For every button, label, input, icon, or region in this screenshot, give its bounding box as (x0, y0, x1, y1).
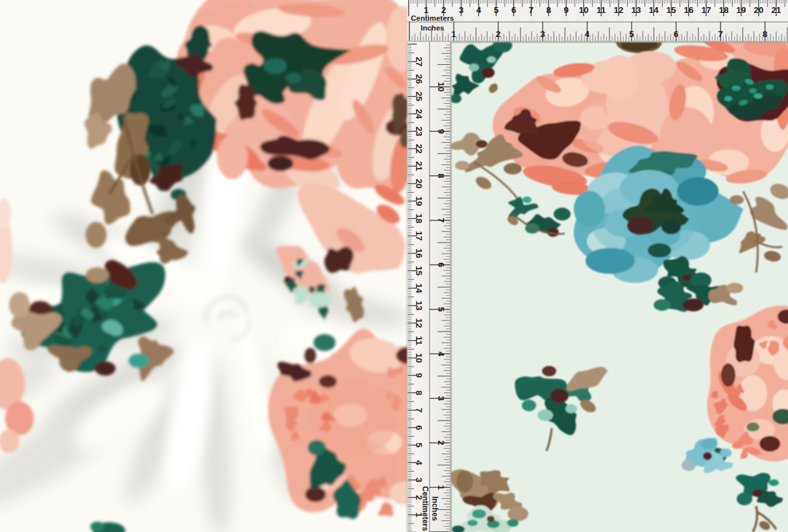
svg-text:Inches: Inches (421, 24, 444, 32)
svg-text:5: 5 (414, 442, 424, 448)
svg-text:17: 17 (701, 5, 711, 15)
svg-text:22: 22 (414, 144, 424, 154)
svg-text:16: 16 (414, 248, 424, 259)
svg-text:20: 20 (754, 5, 763, 15)
svg-text:3: 3 (459, 5, 464, 15)
svg-text:3: 3 (436, 396, 446, 401)
svg-text:15: 15 (414, 266, 424, 276)
svg-text:Centimeters: Centimeters (411, 14, 454, 22)
svg-text:16: 16 (683, 5, 694, 15)
svg-text:18: 18 (719, 5, 729, 15)
svg-text:2: 2 (441, 5, 447, 15)
svg-text:9: 9 (414, 373, 424, 378)
svg-text:7: 7 (436, 218, 446, 223)
svg-text:5: 5 (629, 29, 634, 39)
svg-text:12: 12 (614, 5, 624, 15)
svg-text:12: 12 (414, 318, 424, 328)
svg-text:7: 7 (529, 5, 534, 15)
svg-text:24: 24 (414, 109, 424, 119)
svg-text:4: 4 (585, 29, 590, 39)
svg-text:21: 21 (771, 5, 782, 15)
svg-text:4: 4 (476, 5, 482, 15)
svg-text:4: 4 (436, 352, 446, 357)
svg-text:18: 18 (414, 213, 424, 224)
svg-text:14: 14 (648, 5, 659, 15)
svg-text:5: 5 (436, 307, 446, 312)
svg-text:23: 23 (414, 127, 424, 137)
svg-text:20: 20 (414, 178, 424, 188)
svg-text:9: 9 (436, 129, 446, 134)
svg-text:8: 8 (414, 391, 424, 396)
svg-text:1: 1 (436, 485, 446, 490)
svg-text:6: 6 (414, 425, 424, 430)
svg-text:10: 10 (436, 82, 446, 91)
svg-text:11: 11 (597, 5, 606, 15)
svg-text:9: 9 (563, 5, 569, 15)
svg-text:4: 4 (414, 460, 424, 465)
svg-text:13: 13 (632, 5, 642, 15)
svg-text:8: 8 (547, 5, 552, 15)
svg-text:2: 2 (496, 29, 501, 39)
svg-text:17: 17 (414, 231, 424, 241)
svg-text:3: 3 (540, 29, 545, 39)
svg-text:15: 15 (666, 5, 676, 15)
svg-text:8: 8 (763, 29, 768, 39)
svg-text:3: 3 (414, 478, 424, 483)
svg-text:Centimeters: Centimeters (421, 486, 430, 531)
svg-text:11: 11 (414, 336, 424, 346)
svg-text:7: 7 (718, 29, 723, 39)
svg-text:27: 27 (414, 56, 424, 66)
svg-text:6: 6 (511, 5, 517, 15)
svg-text:21: 21 (414, 162, 424, 172)
svg-text:6: 6 (436, 262, 446, 267)
svg-text:6: 6 (674, 29, 679, 39)
svg-text:1: 1 (424, 5, 429, 15)
svg-text:14: 14 (414, 284, 424, 294)
svg-text:13: 13 (414, 301, 424, 311)
svg-text:2: 2 (436, 441, 446, 446)
svg-text:10: 10 (414, 353, 424, 363)
svg-text:7: 7 (414, 408, 424, 413)
svg-text:1: 1 (451, 29, 456, 39)
svg-text:25: 25 (414, 91, 424, 102)
svg-text:26: 26 (414, 74, 424, 84)
svg-text:8: 8 (436, 173, 446, 178)
svg-text:5: 5 (494, 5, 499, 15)
svg-text:19: 19 (414, 196, 424, 206)
svg-text:19: 19 (736, 5, 746, 15)
svg-text:10: 10 (579, 5, 589, 15)
svg-text:Inches: Inches (430, 496, 439, 521)
